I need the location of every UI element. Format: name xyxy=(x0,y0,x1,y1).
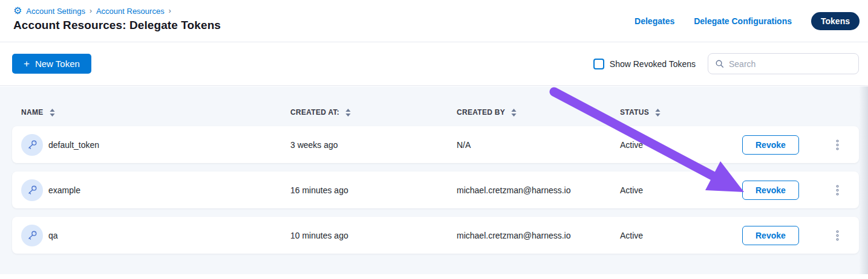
show-revoked-tokens-toggle[interactable]: Show Revoked Tokens xyxy=(593,59,696,69)
revoke-button[interactable]: Revoke xyxy=(742,226,799,245)
created-at-cell: 16 minutes ago xyxy=(290,185,457,195)
settings-gear-icon: ⚙ xyxy=(13,6,22,16)
row-options-kebab-icon[interactable] xyxy=(833,226,842,245)
new-token-label: New Token xyxy=(35,59,80,69)
status-cell: Active xyxy=(620,185,742,195)
table-row-qa[interactable]: qa 10 minutes ago michael.cretzman@harne… xyxy=(12,217,859,254)
row-options-kebab-icon[interactable] xyxy=(833,181,842,199)
status-cell: Active xyxy=(620,231,742,240)
token-name: qa xyxy=(48,231,58,240)
token-key-icon xyxy=(21,179,43,201)
table-row-default-token[interactable]: default_token 3 weeks ago N/A Active Rev… xyxy=(12,126,859,163)
token-name: default_token xyxy=(48,140,99,150)
sort-icon[interactable] xyxy=(511,109,517,117)
name-cell: example xyxy=(12,179,290,201)
bottom-strip xyxy=(0,274,868,279)
show-revoked-checkbox[interactable] xyxy=(593,59,604,69)
top-nav: Delegates Delegate Configurations Tokens xyxy=(635,12,860,30)
row-options-kebab-icon[interactable] xyxy=(833,136,842,154)
table-header-row: NAME CREATED AT: CREATED BY STATUS xyxy=(12,86,859,126)
new-token-button[interactable]: + New Token xyxy=(12,54,91,74)
column-header-created-by[interactable]: CREATED BY xyxy=(457,108,620,117)
toolbar: + New Token Show Revoked Tokens xyxy=(0,42,868,86)
column-label: CREATED BY xyxy=(457,108,505,117)
token-name: example xyxy=(48,185,80,195)
nav-tokens-active[interactable]: Tokens xyxy=(811,12,860,30)
search-box[interactable] xyxy=(708,53,859,74)
breadcrumb-separator: › xyxy=(90,7,92,15)
token-key-icon xyxy=(21,225,43,246)
created-by-cell: michael.cretzman@harness.io xyxy=(457,231,620,240)
sort-icon[interactable] xyxy=(50,109,55,117)
column-header-status[interactable]: STATUS xyxy=(620,108,742,117)
token-key-icon xyxy=(21,134,43,156)
revoke-button[interactable]: Revoke xyxy=(742,135,799,155)
created-at-cell: 3 weeks ago xyxy=(290,140,457,150)
sort-icon[interactable] xyxy=(655,109,661,117)
nav-delegates[interactable]: Delegates xyxy=(635,16,674,26)
column-label: STATUS xyxy=(620,108,649,117)
sort-icon[interactable] xyxy=(345,109,351,117)
show-revoked-label: Show Revoked Tokens xyxy=(610,59,696,69)
breadcrumb-account-resources[interactable]: Account Resources xyxy=(96,7,165,16)
search-icon xyxy=(715,59,724,68)
column-label: CREATED AT: xyxy=(290,108,339,117)
token-table: NAME CREATED AT: CREATED BY STATUS xyxy=(0,86,868,279)
created-at-cell: 10 minutes ago xyxy=(290,231,457,240)
plus-icon: + xyxy=(24,59,30,69)
page-header: ⚙ Account Settings › Account Resources ›… xyxy=(0,0,868,42)
nav-delegate-configurations[interactable]: Delegate Configurations xyxy=(694,16,792,26)
name-cell: default_token xyxy=(12,134,290,156)
column-header-name[interactable]: NAME xyxy=(21,108,290,117)
search-input[interactable] xyxy=(729,59,852,69)
created-by-cell: N/A xyxy=(457,140,620,150)
name-cell: qa xyxy=(12,225,290,246)
breadcrumb-account-settings[interactable]: Account Settings xyxy=(26,7,85,16)
column-header-created-at[interactable]: CREATED AT: xyxy=(290,108,457,117)
toolbar-right: Show Revoked Tokens xyxy=(593,53,859,74)
created-by-cell: michael.cretzman@harness.io xyxy=(457,185,620,195)
table-row-example[interactable]: example 16 minutes ago michael.cretzman@… xyxy=(12,172,859,208)
revoke-button[interactable]: Revoke xyxy=(742,181,799,200)
breadcrumb-separator: › xyxy=(169,7,171,15)
column-label: NAME xyxy=(21,108,44,117)
status-cell: Active xyxy=(620,140,742,150)
